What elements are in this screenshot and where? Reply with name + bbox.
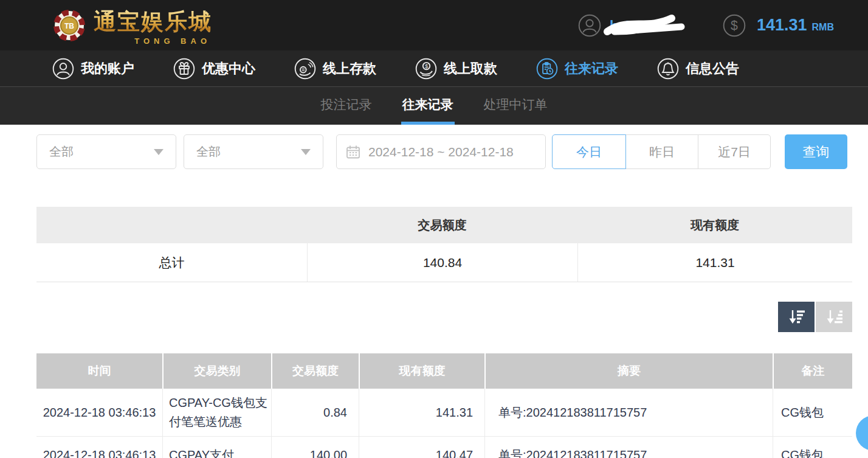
chevron-down-icon [154,149,164,155]
quick-range-group: 今日 昨日 近7日 [552,134,771,169]
nav-item-promotions[interactable]: 优惠中心 [173,58,255,80]
username-masked[interactable]: bc7325 [610,12,687,39]
main-nav: 我的账户 优惠中心 线上存款 $ 线上 [0,50,868,87]
transactions-table: 时间 交易类别 交易额度 现有额度 摘要 备注 2024-12-18 03:46… [36,353,852,458]
table-header-row: 时间 交易类别 交易额度 现有额度 摘要 备注 [36,353,852,389]
cell-time: 2024-12-18 03:46:13 [36,389,162,436]
nav-label: 线上存款 [323,60,376,78]
summary-total-row: 总计 140.84 141.31 [36,243,852,282]
summary-header-current-balance: 现有额度 [577,207,852,243]
nav-label: 往来记录 [565,60,618,78]
summary-table: 交易额度 现有额度 总计 140.84 141.31 [36,207,852,282]
type-select-1-value: 全部 [49,144,74,160]
user-icon [52,58,74,80]
cell-amount: 0.84 [271,389,359,436]
sub-tabs: 投注记录 往来记录 处理中订单 [0,87,868,125]
type-select-1[interactable]: 全部 [36,134,176,169]
filter-row: 全部 全部 2024-12-18 ~ 2024-12-18 今日 昨日 [36,134,852,169]
col-header-note: 备注 [773,353,852,389]
col-header-summary: 摘要 [484,353,773,389]
poker-chip-logo-icon: TB [53,10,85,41]
withdraw-hand-coin-icon: $ [415,58,437,80]
summary-total-transaction-amount: 140.84 [307,243,577,282]
nav-item-my-account[interactable]: 我的账户 [52,58,134,80]
summary-total-current-balance: 141.31 [577,243,852,282]
balance-amount: 141.31 [757,16,807,35]
brand-name: 通宝娱乐城 TONG BAO [94,7,212,44]
brand-name-en: TONG BAO [134,36,211,46]
calendar-icon [345,144,361,160]
cell-note: CG钱包 [773,437,852,458]
user-avatar-icon [578,14,601,37]
summary-header-transaction-amount: 交易额度 [307,207,577,243]
summary-header-empty [36,207,307,243]
cell-type: CGPAY支付 [162,437,271,458]
sort-buttons [36,302,852,332]
nav-item-online-withdraw[interactable]: $ 线上取款 [415,58,497,80]
balance-currency: RMB [812,22,834,33]
quick-range-today-button[interactable]: 今日 [552,134,626,169]
bell-icon [657,58,679,80]
type-select-2[interactable]: 全部 [184,134,323,169]
table-row: 2024-12-18 03:46:13 CGPAY-CG钱包支付笔笔送优惠 0.… [36,389,852,437]
tab-pending-orders[interactable]: 处理中订单 [483,87,549,125]
col-header-time: 时间 [36,353,162,389]
records-clipboard-clock-icon [536,58,558,80]
chevron-down-icon [301,149,311,155]
deposit-hand-coin-icon [294,58,316,80]
col-header-balance: 现有额度 [359,353,484,389]
cell-summary: 单号:202412183811715757 [484,437,773,458]
cell-type: CGPAY-CG钱包支付笔笔送优惠 [162,389,271,436]
cell-balance: 141.31 [359,389,484,436]
summary-total-label: 总计 [36,243,307,282]
tab-transaction-records[interactable]: 往来记录 [401,87,455,125]
top-header: TB 通宝娱乐城 TONG BAO bc7325 $ 141.31 [0,0,868,50]
dollar-balance-icon: $ [723,14,746,37]
svg-text:TB: TB [64,22,74,30]
nav-item-transaction-records[interactable]: 往来记录 [536,58,618,80]
tab-betting-records[interactable]: 投注记录 [320,87,373,125]
gift-icon [173,58,195,80]
nav-item-online-deposit[interactable]: 线上存款 [294,58,376,80]
user-area: bc7325 $ 141.31 RMB [578,12,834,39]
sort-ascending-icon [824,308,844,326]
balance[interactable]: 141.31 RMB [757,16,834,35]
col-header-type: 交易类别 [162,353,271,389]
nav-label: 信息公告 [686,60,739,78]
col-header-amount: 交易额度 [271,353,359,389]
svg-text:$: $ [731,18,738,32]
quick-range-last7days-button[interactable]: 近7日 [698,134,771,169]
nav-label: 优惠中心 [202,60,255,78]
table-row: 2024-12-18 03:46:13 CGPAY支付 140.00 140.4… [36,437,852,458]
search-button[interactable]: 查询 [785,134,847,169]
sort-descending-icon [787,308,806,326]
content-area: 全部 全部 2024-12-18 ~ 2024-12-18 今日 昨日 [0,125,868,458]
nav-item-announcements[interactable]: 信息公告 [657,58,739,80]
cell-summary: 单号:202412183811715757 [484,389,773,436]
cell-note: CG钱包 [773,389,852,436]
type-select-2-value: 全部 [196,144,221,160]
cell-time: 2024-12-18 03:46:13 [36,437,162,458]
date-range-input[interactable]: 2024-12-18 ~ 2024-12-18 [336,134,546,169]
nav-label: 线上取款 [444,60,497,78]
brand-logo[interactable]: TB 通宝娱乐城 TONG BAO [53,7,212,44]
brand-name-cn: 通宝娱乐城 [94,7,212,37]
sort-descending-button[interactable] [778,302,815,332]
quick-range-yesterday-button[interactable]: 昨日 [625,134,698,169]
date-range-value: 2024-12-18 ~ 2024-12-18 [368,145,514,159]
white-scribble-mask [604,12,695,40]
cell-balance: 140.47 [359,437,484,458]
nav-label: 我的账户 [81,60,134,78]
summary-header-row: 交易额度 现有额度 [36,207,852,243]
cell-amount: 140.00 [271,437,359,458]
sort-ascending-button[interactable] [816,302,852,332]
svg-text:$: $ [425,63,429,69]
